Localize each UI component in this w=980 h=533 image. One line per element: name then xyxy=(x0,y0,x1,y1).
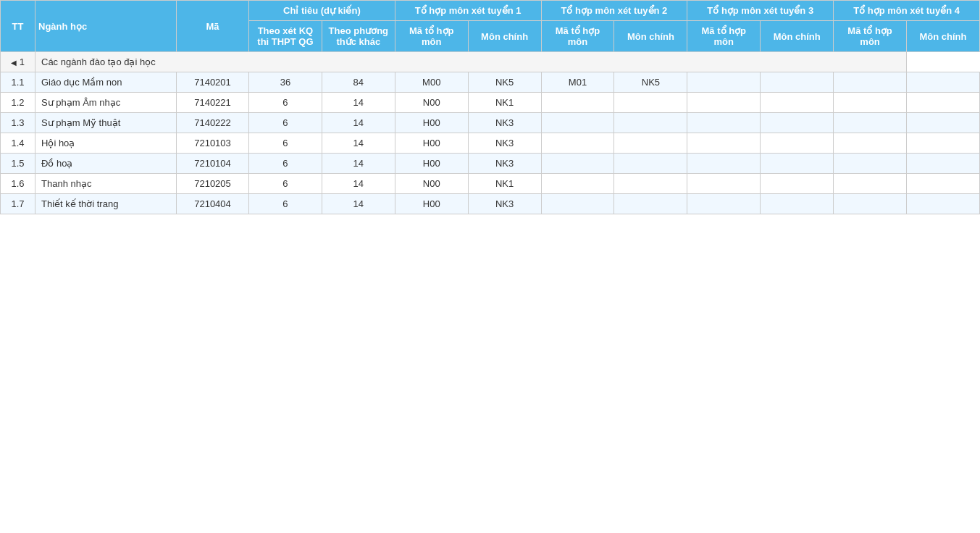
cell-nganh: Sư phạm Âm nhạc xyxy=(35,93,177,113)
cell-mon1: NK3 xyxy=(468,154,541,174)
cell-theo-pp: 14 xyxy=(322,154,395,174)
cell-tt: ◀ 1 xyxy=(1,52,35,72)
cell-nganh: Giáo dục Mầm non xyxy=(35,72,177,93)
table-row: ◀ 1Các ngành đào tạo đại học xyxy=(1,52,980,72)
cell-theo-pp: 14 xyxy=(322,194,395,214)
cell-mon3 xyxy=(761,133,834,154)
cell-ma4 xyxy=(834,194,907,214)
cell-tt: 1.1 xyxy=(1,72,35,93)
cell-ma4 xyxy=(834,113,907,133)
cell-ma3 xyxy=(687,133,761,154)
cell-ma1: H00 xyxy=(395,113,468,133)
cell-tt: 1.3 xyxy=(1,113,35,133)
table-body: ◀ 1Các ngành đào tạo đại học1.1Giáo dục … xyxy=(1,52,980,214)
cell-mon1: NK5 xyxy=(468,72,541,93)
cell-nganh: Thanh nhạc xyxy=(35,174,177,194)
table-row: 1.2Sư phạm Âm nhạc7140221614N00NK1 xyxy=(1,93,980,113)
cell-ma3 xyxy=(687,174,761,194)
table-row: 1.5Đồ hoạ7210104614H00NK3 xyxy=(1,154,980,174)
cell-ma4 xyxy=(834,133,907,154)
col-ma3-header: Mã tổ hợp môn xyxy=(687,21,761,52)
cell-ma1: M00 xyxy=(395,72,468,93)
cell-ma: 7140201 xyxy=(177,72,249,93)
cell-mon4 xyxy=(907,72,980,93)
col-theo-xet-header: Theo xét KQ thi THPT QG xyxy=(249,21,322,52)
cell-mon3 xyxy=(761,154,834,174)
table-row: 1.4Hội hoạ7210103614H00NK3 xyxy=(1,133,980,154)
col-theo-pp-header: Theo phương thức khác xyxy=(322,21,395,52)
cell-ma: 7210103 xyxy=(177,133,249,154)
cell-theo-xet: 6 xyxy=(249,93,322,113)
cell-ma2 xyxy=(541,133,614,154)
cell-mon3 xyxy=(761,93,834,113)
table-row: 1.3Sư phạm Mỹ thuật7140222614H00NK3 xyxy=(1,113,980,133)
cell-mon1: NK3 xyxy=(468,133,541,154)
cell-ma2: M01 xyxy=(541,72,614,93)
cell-tt: 1.5 xyxy=(1,154,35,174)
cell-theo-pp: 84 xyxy=(322,72,395,93)
cell-nganh: Sư phạm Mỹ thuật xyxy=(35,113,177,133)
cell-nganh: Hội hoạ xyxy=(35,133,177,154)
cell-mon4 xyxy=(907,174,980,194)
cell-ma4 xyxy=(834,93,907,113)
table-row: 1.1Giáo dục Mầm non71402013684M00NK5M01N… xyxy=(1,72,980,93)
cell-ma1: H00 xyxy=(395,154,468,174)
cell-mon2 xyxy=(614,113,687,133)
cell-tt: 1.7 xyxy=(1,194,35,214)
col-to-hop-3-header: Tổ hợp môn xét tuyển 3 xyxy=(687,1,834,21)
cell-mon3 xyxy=(761,194,834,214)
cell-mon3 xyxy=(761,113,834,133)
col-nganh-header: Ngành học xyxy=(35,1,177,52)
cell-mon4 xyxy=(907,93,980,113)
cell-ma4 xyxy=(834,174,907,194)
cell-theo-xet: 6 xyxy=(249,113,322,133)
cell-ma4 xyxy=(834,72,907,93)
cell-ma2 xyxy=(541,154,614,174)
cell-theo-xet: 6 xyxy=(249,174,322,194)
cell-mon2 xyxy=(614,93,687,113)
col-tt-header: TT xyxy=(1,1,35,52)
cell-ma1: N00 xyxy=(395,174,468,194)
cell-mon1: NK3 xyxy=(468,194,541,214)
cell-theo-pp: 14 xyxy=(322,133,395,154)
col-to-hop-4-header: Tổ hợp môn xét tuyển 4 xyxy=(834,1,980,21)
cell-ma: 7210104 xyxy=(177,154,249,174)
header-row-1: TT Ngành học Mã Chỉ tiêu (dự kiến) Tổ hợ… xyxy=(1,1,980,21)
cell-theo-xet: 36 xyxy=(249,72,322,93)
cell-tt: 1.6 xyxy=(1,174,35,194)
cell-ma2 xyxy=(541,194,614,214)
table-wrapper: TT Ngành học Mã Chỉ tiêu (dự kiến) Tổ hợ… xyxy=(0,0,980,214)
cell-mon2 xyxy=(614,133,687,154)
cell-theo-pp: 14 xyxy=(322,113,395,133)
cell-mon3 xyxy=(761,72,834,93)
cell-mon1: NK1 xyxy=(468,174,541,194)
cell-ma3 xyxy=(687,194,761,214)
cell-theo-xet: 6 xyxy=(249,154,322,174)
table-row: 1.6Thanh nhạc7210205614N00NK1 xyxy=(1,174,980,194)
cell-theo-pp: 14 xyxy=(322,174,395,194)
cell-ma3 xyxy=(687,72,761,93)
cell-mon2 xyxy=(614,174,687,194)
col-to-hop-1-header: Tổ hợp môn xét tuyển 1 xyxy=(395,1,541,21)
col-mon1-header: Môn chính xyxy=(468,21,541,52)
cell-ma: 7140221 xyxy=(177,93,249,113)
col-ma4-header: Mã tổ hợp môn xyxy=(834,21,907,52)
cell-ma1: N00 xyxy=(395,93,468,113)
col-to-hop-2-header: Tổ hợp môn xét tuyển 2 xyxy=(541,1,687,21)
cell-mon1: NK3 xyxy=(468,113,541,133)
col-mon3-header: Môn chính xyxy=(761,21,834,52)
cell-ma: 7140222 xyxy=(177,113,249,133)
cell-ma3 xyxy=(687,154,761,174)
cell-theo-pp: 14 xyxy=(322,93,395,113)
cell-ma1: H00 xyxy=(395,133,468,154)
col-ma-header: Mã xyxy=(177,1,249,52)
cell-ma3 xyxy=(687,113,761,133)
cell-mon2 xyxy=(614,154,687,174)
col-ma2-header: Mã tổ hợp môn xyxy=(541,21,614,52)
cell-tt: 1.2 xyxy=(1,93,35,113)
col-chi-tieu-header: Chỉ tiêu (dự kiến) xyxy=(249,1,395,21)
cell-theo-xet: 6 xyxy=(249,194,322,214)
cell-ma4 xyxy=(834,154,907,174)
cell-mon2: NK5 xyxy=(614,72,687,93)
cell-nganh: Các ngành đào tạo đại học xyxy=(35,52,907,72)
